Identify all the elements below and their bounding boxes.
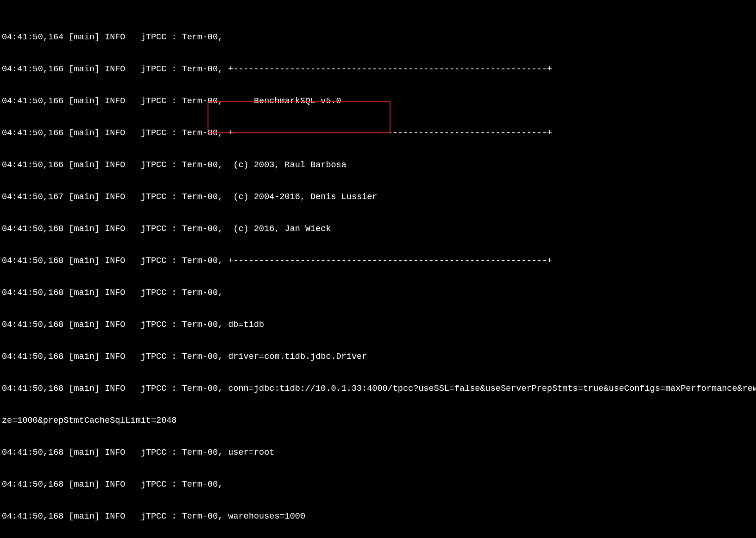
log-line: 04:41:50,166 [main] INFO jTPCC : Term-00… xyxy=(2,64,754,75)
log-line: 04:41:50,168 [main] INFO jTPCC : Term-00… xyxy=(2,511,754,522)
log-line: 04:41:50,166 [main] INFO jTPCC : Term-00… xyxy=(2,160,754,170)
log-line: 04:41:50,166 [main] INFO jTPCC : Term-00… xyxy=(2,128,754,138)
log-line: 04:41:50,167 [main] INFO jTPCC : Term-00… xyxy=(2,192,754,202)
log-line: 04:41:50,168 [main] INFO jTPCC : Term-00… xyxy=(2,288,754,298)
log-line: ze=1000&prepStmtCacheSqlLimit=2048 xyxy=(2,415,754,426)
log-line: 04:41:50,168 [main] INFO jTPCC : Term-00… xyxy=(2,319,754,330)
log-line: 04:41:50,168 [main] INFO jTPCC : Term-00… xyxy=(2,447,754,458)
log-line: 04:41:50,168 [main] INFO jTPCC : Term-00… xyxy=(2,351,754,362)
log-line: 04:41:50,168 [main] INFO jTPCC : Term-00… xyxy=(2,224,754,234)
log-line: 04:41:50,168 [main] INFO jTPCC : Term-00… xyxy=(2,479,754,490)
log-line: 04:41:50,166 [main] INFO jTPCC : Term-00… xyxy=(2,96,754,106)
log-line: 04:41:50,168 [main] INFO jTPCC : Term-00… xyxy=(2,383,754,394)
terminal-window[interactable]: 04:41:50,164 [main] INFO jTPCC : Term-00… xyxy=(0,0,756,538)
log-line: 04:41:50,164 [main] INFO jTPCC : Term-00… xyxy=(2,32,754,43)
log-line: 04:41:50,168 [main] INFO jTPCC : Term-00… xyxy=(2,256,754,266)
